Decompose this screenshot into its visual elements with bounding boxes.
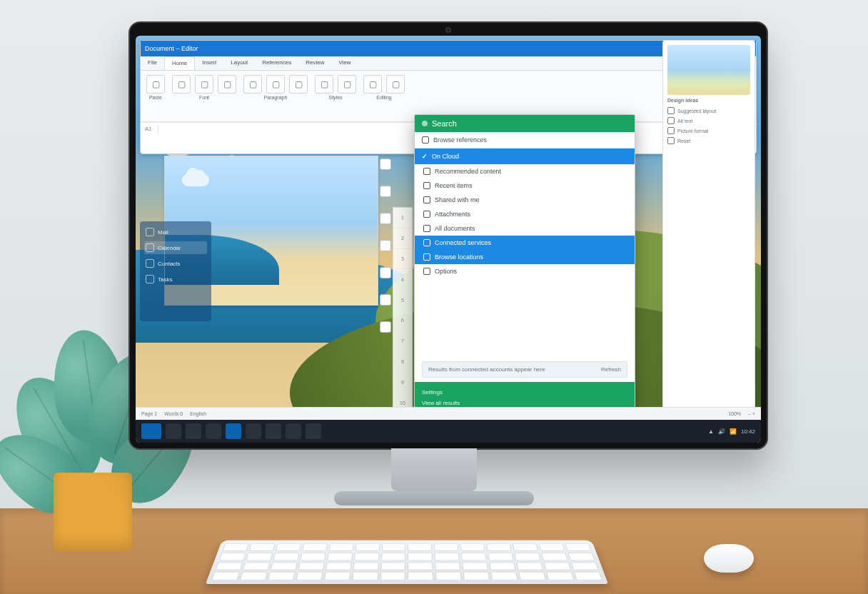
ribbon-group-label: Paste [149, 95, 162, 100]
panel-row[interactable]: Suggested layout [667, 106, 750, 116]
taskbar-app[interactable] [286, 423, 301, 439]
nav-item[interactable]: Calendar [144, 241, 207, 254]
item-icon [423, 182, 430, 189]
status-item[interactable]: English [190, 411, 206, 416]
taskbar-app[interactable] [226, 423, 241, 439]
tool-icon[interactable] [380, 213, 391, 224]
ribbon-tab[interactable]: Insert [195, 56, 223, 70]
taskbar-app[interactable] [266, 423, 281, 439]
ribbon-tab[interactable]: File [141, 56, 164, 70]
row-numbers: 12345678910 [393, 207, 413, 414]
row-label: Picture format [677, 129, 709, 134]
nav-icon [146, 275, 154, 283]
folder-icon [422, 136, 429, 144]
popup-item[interactable]: Shared with me [415, 193, 635, 207]
system-tray[interactable]: ▲ 🔊 📶 10:42 [708, 428, 755, 435]
popup-footer-link[interactable]: Settings [422, 389, 627, 396]
zoom-level[interactable]: 100% [728, 411, 741, 416]
popup-section[interactable]: ✓ On Cloud [415, 148, 635, 164]
nav-item[interactable]: Contacts [144, 257, 207, 270]
item-icon [423, 168, 430, 175]
style-b-icon[interactable]: ▢ [338, 75, 356, 94]
status-bar[interactable]: Page 1 Words 0 English 100% – + [136, 407, 761, 420]
ribbon-tab[interactable]: References [255, 56, 298, 70]
popup-item[interactable]: Options [415, 264, 635, 278]
ribbon-tab[interactable]: Home [164, 56, 195, 70]
tray-icon[interactable]: 🔊 [718, 428, 725, 435]
popup-item[interactable]: Attachments [415, 207, 635, 221]
taskbar-app[interactable] [166, 423, 181, 439]
align-center-icon[interactable]: ▢ [266, 75, 285, 94]
popup-item[interactable]: Browse locations [415, 250, 635, 264]
ribbon-tab[interactable]: View [331, 56, 358, 70]
nav-item[interactable]: Mail [144, 226, 207, 238]
taskbar[interactable]: ▲ 🔊 📶 10:42 [136, 420, 761, 443]
popup-footer-link[interactable]: View all results [422, 400, 627, 406]
nav-label: Tasks [158, 276, 172, 283]
status-item[interactable]: Words 0 [164, 411, 183, 416]
taskbar-app[interactable] [206, 423, 221, 439]
tray-icon[interactable]: ▲ [708, 428, 714, 435]
popup-list[interactable]: Recommended contentRecent itemsShared wi… [415, 164, 635, 357]
item-label: Options [435, 268, 457, 275]
taskbar-app[interactable] [186, 423, 201, 439]
mouse [704, 544, 754, 573]
item-label: Browse locations [435, 253, 483, 261]
item-label: Recommended content [435, 168, 501, 175]
row-icon [667, 117, 675, 124]
nav-icon [146, 243, 154, 252]
panel-row[interactable]: Reset [667, 136, 750, 146]
replace-icon[interactable]: ▢ [386, 75, 405, 94]
tool-icon[interactable] [380, 294, 391, 306]
item-label: Shared with me [435, 196, 480, 203]
tool-icon[interactable] [380, 186, 391, 197]
popup-note-action[interactable]: Refresh [601, 366, 621, 373]
ribbon-tab[interactable]: Layout [223, 56, 255, 70]
popup-item[interactable]: All documents [415, 221, 635, 236]
panel-row[interactable]: Alt text [667, 116, 750, 126]
taskbar-app[interactable] [306, 423, 321, 439]
ribbon-group: ▢▢▢Paragraph [243, 75, 308, 117]
popup-item[interactable]: Recommended content [415, 164, 635, 178]
app-title: Document – Editor [145, 45, 198, 52]
design-thumbnail[interactable] [667, 45, 750, 95]
find-icon[interactable]: ▢ [363, 75, 382, 94]
tray-icon[interactable]: 📶 [730, 428, 737, 435]
bold-icon[interactable]: ▢ [172, 75, 191, 94]
vertical-tool-icons[interactable] [378, 158, 393, 333]
tool-icon[interactable] [380, 321, 391, 333]
underline-icon[interactable]: ▢ [218, 75, 236, 94]
nav-label: Mail [158, 229, 168, 236]
clock[interactable]: 10:42 [741, 428, 755, 435]
popup-subtitle-row[interactable]: Browse references [415, 132, 635, 148]
style-a-icon[interactable]: ▢ [315, 75, 333, 94]
nav-item[interactable]: Tasks [144, 273, 207, 286]
wallpaper-cloud [182, 173, 209, 186]
italic-icon[interactable]: ▢ [195, 75, 213, 94]
start-button[interactable] [141, 423, 161, 439]
popup-header: Search [415, 115, 635, 132]
taskbar-app[interactable] [246, 423, 261, 439]
list-icon[interactable]: ▢ [289, 75, 308, 94]
monitor-stand [391, 448, 477, 491]
panel-row[interactable]: Picture format [667, 126, 750, 136]
clipboard-icon[interactable]: ▢ [146, 75, 165, 94]
popup-note-text: Results from connected accounts appear h… [428, 366, 545, 373]
tool-icon[interactable] [380, 240, 391, 251]
nav-label: Contacts [158, 261, 181, 267]
popup-item[interactable]: Recent items [415, 178, 635, 193]
tool-icon[interactable] [380, 158, 391, 170]
ribbon-group-label: Styles [328, 95, 342, 100]
right-panel[interactable]: Design ideas Suggested layoutAlt textPic… [662, 40, 755, 416]
zoom-slider[interactable]: – + [748, 411, 755, 416]
search-popup[interactable]: Search Browse references ✓ On Cloud Reco… [414, 114, 635, 414]
align-left-icon[interactable]: ▢ [243, 75, 262, 94]
ribbon-tab[interactable]: Review [298, 56, 331, 70]
item-icon [423, 268, 430, 275]
tool-icon[interactable] [380, 267, 391, 278]
left-nav-strip[interactable]: MailCalendarContactsTasks [140, 221, 211, 321]
ribbon-group-label: Font [199, 95, 209, 100]
status-item[interactable]: Page 1 [141, 411, 157, 416]
popup-item[interactable]: Connected services [415, 236, 635, 250]
item-label: Attachments [435, 211, 470, 218]
